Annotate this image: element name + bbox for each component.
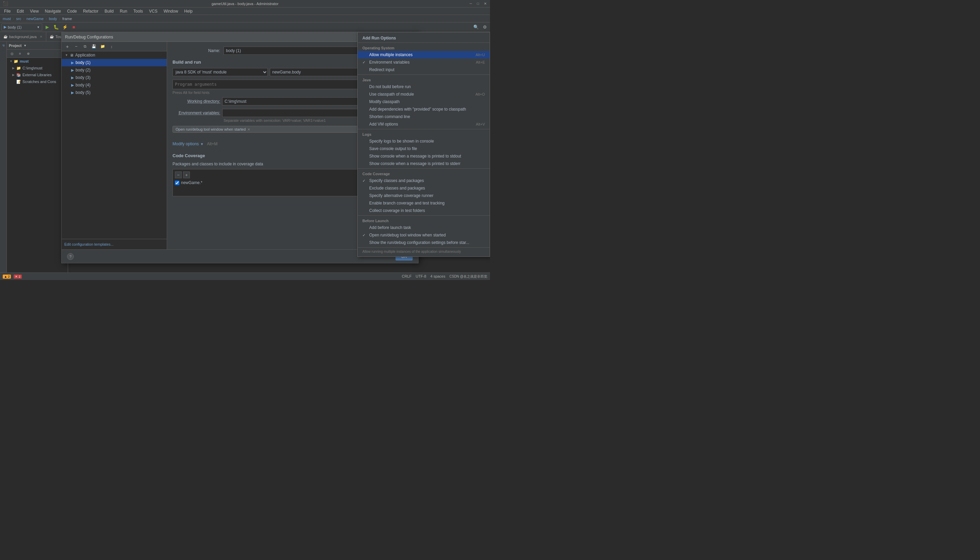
add-config-button[interactable]: + bbox=[63, 43, 71, 50]
option-add-deps[interactable]: Add dependencies with "provided" scope t… bbox=[358, 105, 490, 113]
status-crlf[interactable]: CRLF bbox=[402, 274, 412, 279]
project-panel-arrow[interactable]: ▼ bbox=[23, 44, 27, 47]
tooltip-text: Allow running multiple instances of the … bbox=[362, 250, 461, 253]
shortcut-env-vars: Alt+E bbox=[476, 60, 485, 64]
copy-config-button[interactable]: ⧉ bbox=[81, 43, 89, 50]
menu-window[interactable]: Window bbox=[161, 8, 181, 14]
stop-button[interactable]: ■ bbox=[70, 23, 78, 31]
option-exclude-classes[interactable]: Exclude classes and packages bbox=[358, 184, 490, 192]
folder-icon-ext: 📚 bbox=[16, 73, 21, 77]
option-show-stdout[interactable]: Show console when a message is printed t… bbox=[358, 152, 490, 160]
expand-btn[interactable]: ⊕ bbox=[25, 50, 32, 57]
tree-src[interactable]: ▶ 📁 C:\img\must bbox=[7, 65, 68, 72]
option-allow-multiple[interactable]: Allow multiple instances Alt+U bbox=[358, 51, 490, 58]
search-everywhere-button[interactable]: 🔍 bbox=[472, 23, 480, 31]
option-specify-classes[interactable]: ✓ Specify classes and packages bbox=[358, 177, 490, 184]
option-redirect-input[interactable]: Redirect input bbox=[358, 66, 490, 73]
nav-frame[interactable]: frame bbox=[62, 17, 72, 21]
menu-tools[interactable]: Tools bbox=[131, 8, 146, 14]
sidebar-icon-project[interactable]: P bbox=[1, 43, 6, 48]
settings-button[interactable]: ⚙ bbox=[481, 23, 488, 31]
profile-button[interactable]: ⚡ bbox=[61, 23, 69, 31]
menu-code[interactable]: Code bbox=[64, 8, 80, 14]
folder-icon-src: 📁 bbox=[16, 66, 21, 70]
config-item-body3[interactable]: ▶ body (3) bbox=[62, 74, 167, 81]
nav-must[interactable]: must bbox=[3, 17, 11, 21]
modify-options-label: Modify options bbox=[173, 142, 199, 146]
folder-config-button[interactable]: 📁 bbox=[99, 43, 107, 50]
menu-navigate[interactable]: Navigate bbox=[42, 8, 63, 14]
run-button[interactable]: ▶ bbox=[43, 23, 51, 31]
option-show-config-before-start[interactable]: Show the run/debug configuration setting… bbox=[358, 239, 490, 246]
config-section-application[interactable]: ▼ 🖥 Application bbox=[62, 52, 167, 59]
section-launch: Before Launch bbox=[358, 217, 490, 224]
name-input[interactable] bbox=[223, 47, 360, 55]
tab-close-background[interactable]: ✕ bbox=[40, 35, 43, 38]
option-add-launch-task[interactable]: Add before launch task bbox=[358, 224, 490, 232]
tag-label: Open run/debug tool window when started bbox=[176, 127, 246, 131]
label-save-console: Save console output to file bbox=[369, 146, 417, 151]
config-item-body2[interactable]: ▶ body (2) bbox=[62, 66, 167, 74]
help-button[interactable]: ? bbox=[67, 253, 74, 260]
remove-config-button[interactable]: − bbox=[72, 43, 80, 50]
folder-icon-scratches: 📝 bbox=[16, 80, 21, 84]
add-run-options-dropdown: Add Run Options Operating System Allow m… bbox=[357, 32, 490, 257]
option-collect-coverage[interactable]: Collect coverage in test folders bbox=[358, 207, 490, 214]
nav-body[interactable]: body bbox=[49, 17, 57, 21]
nav-newgame[interactable]: newGame bbox=[27, 17, 43, 21]
menu-edit[interactable]: Edit bbox=[14, 8, 27, 14]
tree-ext-libs[interactable]: ▶ 📚 External Libraries bbox=[7, 72, 68, 78]
tag-close-icon[interactable]: ✕ bbox=[247, 128, 250, 131]
label-alt-runner: Specify alternative coverage runner bbox=[369, 193, 433, 198]
close-button[interactable]: ✕ bbox=[483, 2, 487, 6]
coverage-remove-btn[interactable]: − bbox=[175, 172, 182, 178]
option-branch-coverage[interactable]: Enable branch coverage and test tracking bbox=[358, 199, 490, 207]
label-vm-options: Add VM options bbox=[369, 122, 398, 127]
status-encoding[interactable]: UTF-8 bbox=[416, 274, 427, 279]
debug-button[interactable]: 🐛 bbox=[52, 23, 60, 31]
option-specify-logs[interactable]: Specify logs to be shown in console bbox=[358, 137, 490, 145]
env-vars-label: Environment variables: bbox=[173, 110, 220, 115]
config-item-body1[interactable]: ▶ body (1) bbox=[62, 59, 167, 66]
status-indent[interactable]: 4 spaces bbox=[430, 274, 445, 279]
option-env-vars[interactable]: ✓ Environment variables Alt+E bbox=[358, 58, 490, 66]
option-shorten-cmd[interactable]: Shorten command line bbox=[358, 113, 490, 120]
menu-view[interactable]: View bbox=[27, 8, 42, 14]
menu-vcs[interactable]: VCS bbox=[146, 8, 160, 14]
run-config-dropdown[interactable]: ▶ body (1) ▼ bbox=[2, 23, 42, 31]
tree-must[interactable]: ▼ 📁 must bbox=[7, 58, 68, 65]
dropdown-tooltip: Allow running multiple instances of the … bbox=[358, 247, 490, 255]
config-item-body4[interactable]: ▶ body (4) bbox=[62, 81, 167, 89]
option-modify-classpath[interactable]: Modify classpath bbox=[358, 98, 490, 105]
option-show-stderr[interactable]: Show console when a message is printed t… bbox=[358, 160, 490, 167]
scope-btn[interactable]: ◎ bbox=[8, 50, 16, 57]
menu-run[interactable]: Run bbox=[117, 8, 130, 14]
config-icon-body3: ▶ bbox=[71, 75, 74, 80]
menu-build[interactable]: Build bbox=[102, 8, 117, 14]
collapse-btn[interactable]: ≡ bbox=[16, 50, 24, 57]
label-no-build: Do not build before run bbox=[369, 84, 411, 89]
maximize-button[interactable]: □ bbox=[476, 2, 480, 6]
tree-scratches[interactable]: 📝 Scratches and Cons bbox=[7, 78, 68, 85]
coverage-add-btn[interactable]: + bbox=[183, 172, 190, 178]
minimize-button[interactable]: ─ bbox=[468, 2, 473, 6]
menu-file[interactable]: File bbox=[2, 8, 13, 14]
option-classpath-module[interactable]: Use classpath of module Alt+O bbox=[358, 90, 490, 98]
option-vm-options[interactable]: Add VM options Alt+V bbox=[358, 120, 490, 128]
save-config-button[interactable]: 💾 bbox=[90, 43, 98, 50]
option-open-run-window[interactable]: ✓ Open run/debug tool window when starte… bbox=[358, 232, 490, 239]
option-save-console[interactable]: Save console output to file bbox=[358, 145, 490, 152]
nav-src[interactable]: src bbox=[16, 17, 22, 21]
config-arrow-application: ▼ bbox=[65, 53, 68, 57]
tab-background[interactable]: ☕ background.java ✕ bbox=[0, 32, 46, 41]
sort-config-button[interactable]: ↕ bbox=[108, 43, 115, 50]
coverage-item-checkbox[interactable] bbox=[175, 181, 179, 185]
menu-refactor[interactable]: Refactor bbox=[80, 8, 101, 14]
menu-help[interactable]: Help bbox=[182, 8, 195, 14]
sdk-select[interactable]: java 8 SDK of 'must' module bbox=[173, 68, 268, 76]
label-specify-logs: Specify logs to be shown in console bbox=[369, 139, 434, 143]
option-alt-runner[interactable]: Specify alternative coverage runner bbox=[358, 192, 490, 199]
config-item-body5[interactable]: ▶ body (5) bbox=[62, 89, 167, 96]
option-no-build[interactable]: Do not build before run bbox=[358, 83, 490, 90]
edit-templates-link[interactable]: Edit configuration templates... bbox=[64, 242, 113, 246]
